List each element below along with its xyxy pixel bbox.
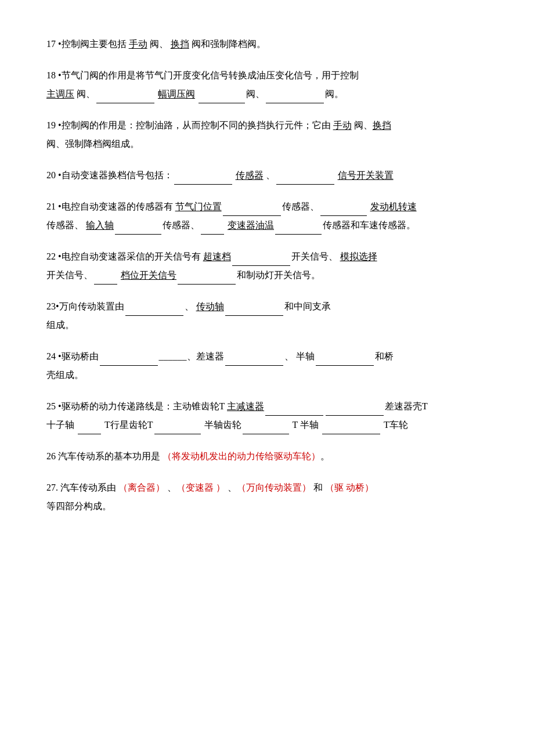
item-21-blank-4 [201, 224, 224, 235]
item-21: 21 •电控自动变速器的传感器有 节气门位置传感器、 发动机转速 传感器、 输入… [46, 197, 488, 235]
item-25-blank-2 [326, 405, 384, 416]
item-22-underline-1: 超速档 [203, 251, 231, 261]
item-20: 20 •自动变速器换档信号包括： 传感器 、 信号开关装置 [46, 166, 488, 185]
item-26-highlight: （将发动机发出的动力传给驱动车轮） [163, 451, 320, 461]
item-21-blank-1 [223, 206, 281, 216]
item-17-underline-2: 换挡 [171, 39, 189, 49]
item-23-underline-1: 传动轴 [196, 301, 224, 311]
item-22-underline-3: 档位开关信号 [121, 270, 176, 280]
item-27-line2: 等四部分构成。 [46, 501, 111, 511]
item-22-line2: 开关信号、 档位开关信号和制动灯开关信号。 [46, 270, 320, 280]
item-20-text: 20 •自动变速器换档信号包括： 传感器 、 信号开关装置 [46, 170, 394, 180]
item-21-line1: 21 •电控自动变速器的传感器有 节气门位置传感器、 发动机转速 [46, 201, 417, 211]
item-27-highlight-1: （离合器） [118, 483, 165, 492]
item-19-line2: 阀、强制降档阀组成。 [46, 139, 139, 149]
item-20-underline-1: 传感器 [236, 170, 264, 180]
item-27: 27. 汽车传动系由 （离合器） 、（变速器 ） 、（万向传动装置） 和 （驱 … [46, 478, 488, 516]
item-23-blank-2 [225, 305, 283, 316]
item-23-line1: 23•万向传动装置由、 传动轴和中间支承 [46, 301, 331, 311]
item-21-underline-2: 发动机转速 [370, 201, 417, 211]
item-22-blank-2 [94, 274, 117, 285]
item-21-underline-3: 输入轴 [86, 220, 114, 230]
item-26-text: 26 汽车传动系的基本功用是 （将发动机发出的动力传给驱动车轮）。 [46, 451, 330, 461]
item-21-underline-1: 节气门位置 [175, 201, 222, 211]
item-21-blank-3 [115, 224, 161, 235]
item-23: 23•万向传动装置由、 传动轴和中间支承 组成。 [46, 297, 488, 334]
item-27-highlight-3: （万向传动装置） [237, 483, 311, 492]
item-23-line2: 组成。 [46, 320, 74, 330]
item-22-blank-1 [232, 255, 290, 266]
item-24-line1: 24 •驱动桥由______、差速器、 半轴和桥 [46, 351, 394, 361]
item-25-underline-1: 主减速器 [227, 401, 264, 411]
item-18-line1: 18 •节气门阀的作用是将节气门开度变化信号转换成油压变化信号，用于控制 [46, 70, 359, 80]
item-24-blank-2 [225, 355, 283, 366]
item-18-underline-2: 幅调压阀 [158, 89, 195, 99]
item-19: 19 •控制阀的作用是：控制油路，从而控制不同的换挡执行元件；它由 手动 阀、换… [46, 116, 488, 153]
item-24-line2: 壳组成。 [46, 370, 84, 380]
item-22: 22 •电控自动变速器采信的开关信号有 超速档开关信号、 模拟选择 开关信号、 … [46, 247, 488, 285]
item-27-highlight-4: （驱 动桥） [325, 483, 374, 492]
item-20-blank-1 [174, 174, 232, 185]
item-18-line2: 主调压 阀、 幅调压阀 阀、阀。 [46, 89, 344, 99]
item-17: 17 •控制阀主要包括 手动 阀、 换挡 阀和强制降档阀。 [46, 35, 488, 53]
item-18-blank-1 [96, 93, 154, 103]
item-27-highlight-2: （变速器 ） [176, 483, 225, 492]
item-19-line1: 19 •控制阀的作用是：控制油路，从而控制不同的换挡执行元件；它由 手动 阀、换… [46, 120, 391, 130]
item-23-blank-1 [125, 305, 183, 316]
item-25-blank-1 [265, 405, 323, 416]
item-18-underline-1: 主调压 [46, 89, 74, 99]
item-24-blank-3 [316, 355, 374, 366]
item-21-blank-5 [275, 224, 322, 235]
item-25-blank-4 [154, 424, 201, 434]
item-25: 25 •驱动桥的动力传递路线是：主动锥齿轮T 主减速器差速器壳T 十子轴 T行星… [46, 397, 488, 434]
item-21-underline-4: 变速器油温 [228, 220, 274, 230]
item-20-underline-2: 信号开关装置 [338, 170, 394, 180]
item-17-text: 17 •控制阀主要包括 手动 阀、 换挡 阀和强制降档阀。 [46, 39, 266, 49]
item-27-line1: 27. 汽车传动系由 （离合器） 、（变速器 ） 、（万向传动装置） 和 （驱 … [46, 483, 374, 492]
item-20-blank-2 [276, 174, 334, 185]
item-21-blank-2 [320, 206, 367, 216]
item-25-line2: 十子轴 T行星齿轮T 半轴齿轮 T 半轴 T车轮 [46, 420, 408, 430]
item-18: 18 •节气门阀的作用是将节气门开度变化信号转换成油压变化信号，用于控制 主调压… [46, 66, 488, 103]
item-24-blank-1 [100, 355, 158, 366]
item-18-blank-3 [266, 93, 324, 103]
item-22-underline-2: 模拟选择 [340, 251, 377, 261]
item-26: 26 汽车传动系的基本功用是 （将发动机发出的动力传给驱动车轮）。 [46, 447, 488, 466]
item-25-line1: 25 •驱动桥的动力传递路线是：主动锥齿轮T 主减速器差速器壳T [46, 401, 428, 411]
item-22-line1: 22 •电控自动变速器采信的开关信号有 超速档开关信号、 模拟选择 [46, 251, 377, 261]
item-25-blank-5 [243, 424, 289, 434]
item-19-underline-2: 换挡 [373, 120, 391, 130]
item-25-blank-3 [78, 424, 101, 434]
item-22-blank-3 [178, 274, 236, 285]
item-17-underline-1: 手动 [129, 39, 147, 49]
item-19-underline-1: 手动 [333, 120, 352, 130]
item-21-line2: 传感器、 输入轴传感器、 变速器油温传感器和车速传感器。 [46, 220, 416, 230]
main-content: 17 •控制阀主要包括 手动 阀、 换挡 阀和强制降档阀。 18 •节气门阀的作… [46, 35, 488, 516]
item-18-blank-2 [199, 93, 245, 103]
item-25-blank-6 [322, 424, 380, 434]
item-24: 24 •驱动桥由______、差速器、 半轴和桥 壳组成。 [46, 347, 488, 384]
